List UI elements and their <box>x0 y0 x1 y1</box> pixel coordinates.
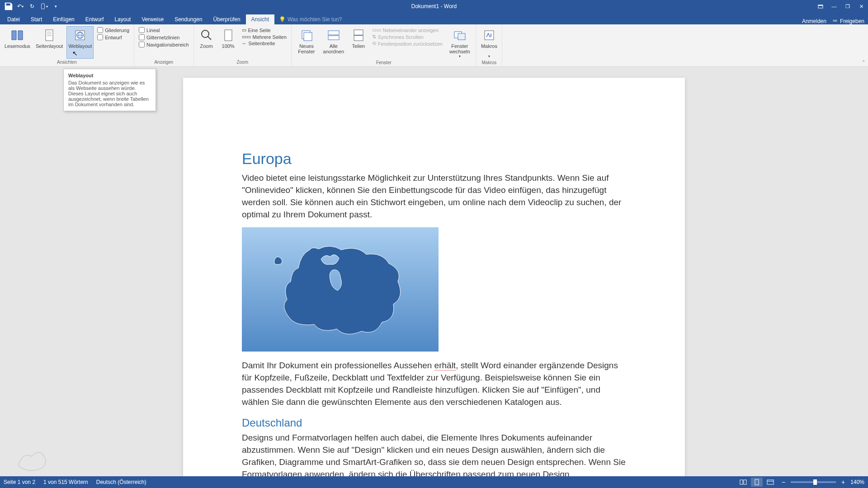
ribbon: Lesemodus Seitenlayout Weblayout Glieder… <box>0 24 868 67</box>
seitenbreite-button[interactable]: ↔ Seitenbreite <box>242 41 287 46</box>
zoom-out-button[interactable]: − <box>780 479 787 486</box>
zoom-100-button[interactable]: 100% <box>218 26 238 59</box>
eine-seite-button[interactable]: ▭ Eine Seite <box>242 27 287 33</box>
tab-ansicht[interactable]: Ansicht <box>246 14 274 24</box>
p2-part-a: Damit Ihr Dokument ein professionelles A… <box>242 361 434 370</box>
paragraph-3[interactable]: Designs und Formatvorlagen helfen auch d… <box>242 432 626 476</box>
navigation-checkbox[interactable] <box>139 42 145 47</box>
entwurf-checkbox[interactable] <box>97 34 103 40</box>
view-read-button[interactable] <box>737 478 749 487</box>
tab-sendungen[interactable]: Sendungen <box>169 14 208 24</box>
redo-button[interactable]: ↻ <box>27 1 37 11</box>
position-button: ⟲ Fensterposition zurücksetzen <box>372 41 443 47</box>
group-ansichten: Lesemodus Seitenlayout Weblayout Glieder… <box>0 24 134 66</box>
group-fenster-label: Fenster <box>294 59 473 66</box>
neues-fenster-button[interactable]: Neues Fenster <box>294 26 319 59</box>
navigation-check[interactable]: Navigationsbereich <box>139 42 189 47</box>
position-label: Fensterposition zurücksetzen <box>378 41 443 47</box>
maximize-button[interactable]: ❐ <box>841 0 854 13</box>
zoom-button[interactable]: Zoom <box>197 26 217 59</box>
svg-rect-18 <box>328 31 339 35</box>
teilen-label: Teilen <box>352 43 365 49</box>
undo-button[interactable]: ↶▾ <box>15 1 25 11</box>
switch-window-icon <box>453 27 467 43</box>
document-area[interactable]: Europa Video bietet eine leistungsstarke… <box>0 67 868 476</box>
svg-rect-0 <box>42 4 45 9</box>
gitternetz-check[interactable]: Gitternetzlinien <box>139 34 189 40</box>
svg-rect-27 <box>744 480 746 484</box>
tab-start[interactable]: Start <box>25 14 47 24</box>
paragraph-1[interactable]: Video bietet eine leistungsstarke Möglic… <box>242 172 626 221</box>
gliederung-check[interactable]: Gliederung <box>97 27 129 33</box>
ribbon-display-button[interactable] <box>814 0 827 13</box>
status-words[interactable]: 1 von 515 Wörtern <box>43 479 88 485</box>
paragraph-2[interactable]: Damit Ihr Dokument ein professionelles A… <box>242 360 626 408</box>
mehrere-seiten-button[interactable]: ▭▭ Mehrere Seiten <box>242 34 287 40</box>
entwurf-check[interactable]: Entwurf <box>97 34 129 40</box>
fenster-wechseln-button[interactable]: Fenster wechseln▾ <box>446 26 473 59</box>
synchron-button: ⇅ Synchrones Scrollen <box>372 34 443 40</box>
nebeneinander-button: ▭▭ Nebeneinander anzeigen <box>372 27 443 33</box>
fenster-wechseln-label: Fenster wechseln <box>448 43 472 54</box>
page-icon <box>42 27 57 43</box>
lesemodus-button[interactable]: Lesemodus <box>3 26 32 59</box>
svg-rect-17 <box>304 33 312 41</box>
alle-anordnen-button[interactable]: Alle anordnen <box>321 26 347 59</box>
touch-mode-button[interactable]: ▾ <box>39 1 49 11</box>
collapse-ribbon-button[interactable]: ⌃ <box>862 60 865 65</box>
zoom-in-button[interactable]: + <box>840 479 847 486</box>
lineal-check[interactable]: Lineal <box>139 27 189 33</box>
makros-button[interactable]: Makros▾ <box>479 26 499 59</box>
europe-map-image[interactable] <box>242 227 439 352</box>
gitternetz-checkbox[interactable] <box>139 34 145 40</box>
view-web-button[interactable] <box>764 478 776 487</box>
split-icon <box>351 27 366 43</box>
view-print-button[interactable] <box>751 478 763 487</box>
svg-rect-19 <box>328 36 339 40</box>
zoom-percent[interactable]: 140% <box>850 479 864 485</box>
tell-me-placeholder: Was möchten Sie tun? <box>288 16 342 23</box>
tab-layout[interactable]: Layout <box>109 14 136 24</box>
tab-entwurf[interactable]: Entwurf <box>80 14 109 24</box>
lineal-checkbox[interactable] <box>139 27 145 33</box>
tab-verweise[interactable]: Verweise <box>136 14 169 24</box>
status-language[interactable]: Deutsch (Österreich) <box>96 479 146 485</box>
group-anzeigen: Lineal Gitternetzlinien Navigationsberei… <box>134 24 194 66</box>
page-100-icon <box>221 27 236 43</box>
share-button[interactable]: Freigeben <box>832 18 864 24</box>
svg-rect-2 <box>818 5 823 6</box>
tab-ueberpruefen[interactable]: Überprüfen <box>208 14 246 24</box>
synchron-label: Synchrones Scrollen <box>378 34 424 40</box>
share-label: Freigeben <box>840 18 864 24</box>
gliederung-checkbox[interactable] <box>97 27 103 33</box>
zoom-100-label: 100% <box>222 43 235 49</box>
tell-me-search[interactable]: 💡 Was möchten Sie tun? <box>274 14 346 24</box>
group-anzeigen-label: Anzeigen <box>137 59 191 66</box>
p2-error-word[interactable]: erhält <box>434 361 456 371</box>
zoom-slider-thumb[interactable] <box>813 479 817 485</box>
minimize-button[interactable]: — <box>827 0 841 13</box>
group-makros-label: Makros <box>479 59 499 66</box>
qat-customize-button[interactable]: ▾ <box>51 1 61 11</box>
close-button[interactable]: ✕ <box>854 0 868 13</box>
lesemodus-label: Lesemodus <box>5 43 30 49</box>
heading-europa[interactable]: Europa <box>242 150 626 168</box>
seitenlayout-button[interactable]: Seitenlayout <box>34 26 65 59</box>
tab-datei[interactable]: Datei <box>2 14 25 24</box>
gitternetz-label: Gitternetzlinien <box>146 35 179 40</box>
group-zoom: Zoom 100% ▭ Eine Seite ▭▭ Mehrere Seiten… <box>194 24 292 66</box>
document-page[interactable]: Europa Video bietet eine leistungsstarke… <box>183 78 685 476</box>
save-button[interactable] <box>4 1 14 11</box>
mehrere-seiten-label: Mehrere Seiten <box>253 34 287 40</box>
status-page[interactable]: Seite 1 von 2 <box>4 479 35 485</box>
tab-einfuegen[interactable]: Einfügen <box>47 14 80 24</box>
sign-in-button[interactable]: Anmelden <box>802 18 826 24</box>
teilen-button[interactable]: Teilen <box>349 26 368 59</box>
svg-rect-28 <box>755 479 759 485</box>
weblayout-button[interactable]: Weblayout <box>66 26 94 59</box>
heading-deutschland[interactable]: Deutschland <box>242 417 626 429</box>
gliederung-label: Gliederung <box>105 28 129 33</box>
quick-access-toolbar: ↶▾ ↻ ▾ ▾ <box>0 1 61 11</box>
zoom-slider[interactable] <box>791 481 836 483</box>
svg-point-4 <box>835 20 837 22</box>
